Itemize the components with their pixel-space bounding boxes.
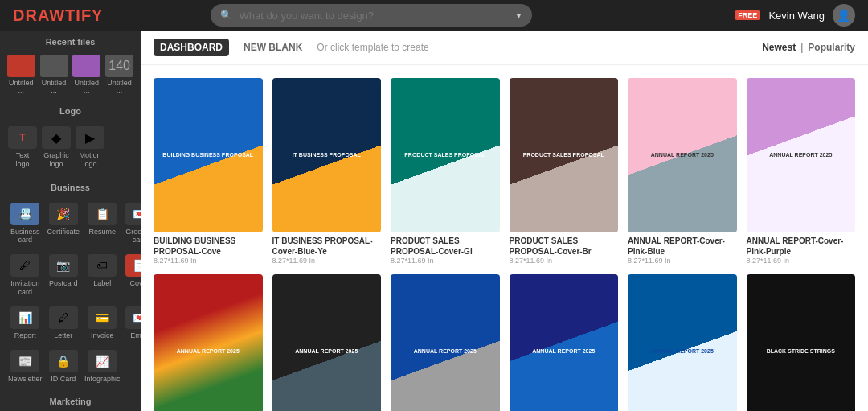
main-layout: Recent files Untitled ... Untitled ... U…: [0, 31, 868, 411]
template-thumb: PRODUCT SALES PROPOSAL: [510, 78, 619, 232]
template-size: 8.27*11.69 In: [272, 257, 382, 265]
sidebar-item-graphic-logo[interactable]: ◆ Graphic logo: [40, 122, 72, 173]
sort-separator: |: [800, 42, 803, 53]
sidebar-item-report[interactable]: 📊 Report: [6, 302, 44, 344]
template-name: PRODUCT SALES PROPOSAL-Cover-Gi: [391, 236, 500, 257]
sidebar-item-invitation-card[interactable]: 🖋 Invitation card: [6, 250, 44, 301]
sidebar-item-business-card[interactable]: 📇 Business card: [6, 199, 44, 249]
sidebar-logo-grid: T Text logo ◆ Graphic logo ▶ Motion logo: [0, 119, 141, 176]
logo[interactable]: DRAWTIFY: [13, 6, 103, 25]
sidebar-section-business: Business: [0, 176, 141, 195]
sidebar-item-id-card[interactable]: 🔒 ID Card: [46, 346, 82, 388]
recent-file-3[interactable]: Untitled ...: [72, 55, 102, 95]
sidebar-item-motion-logo[interactable]: ▶ Motion logo: [74, 122, 106, 173]
tab-dashboard[interactable]: DASHBOARD: [154, 39, 229, 56]
template-card-10[interactable]: ANNUAL REPORT 2025 ANNUAL REPORT-Cover-B…: [628, 274, 737, 411]
template-thumb: ANNUAL REPORT 2025: [747, 78, 856, 232]
content-area: DASHBOARD NEW BLANK Or click template to…: [141, 31, 868, 411]
sidebar-item-infographic[interactable]: 📈 Infographic: [83, 346, 122, 388]
recent-file-2[interactable]: Untitled ...: [39, 55, 69, 95]
cover-icon: 📄: [125, 254, 141, 277]
sidebar-item-label[interactable]: 🏷 Label: [83, 250, 122, 301]
recent-files-list: Untitled ... Untitled ... Untitled ... 1…: [0, 50, 141, 100]
sidebar-section-logo: Logo: [0, 100, 141, 119]
sort-area: Newest | Popularity: [762, 42, 855, 53]
template-card-1[interactable]: IT BUSINESS PROPOSAL IT BUSINESS PROPOSA…: [272, 78, 382, 265]
template-thumb: BLACK STRIDE STRINGS: [747, 274, 856, 411]
greeting-card-icon: 💌: [125, 203, 141, 225]
template-name: BUILDING BUSINESS PROPOSAL-Cove: [154, 236, 263, 257]
id-card-icon: 🔒: [49, 350, 78, 372]
avatar[interactable]: 👤: [833, 4, 855, 27]
sidebar-item-certificate[interactable]: 🎉 Certificate: [46, 199, 82, 249]
invoice-icon: 💳: [88, 306, 117, 329]
content-header: DASHBOARD NEW BLANK Or click template to…: [141, 31, 868, 65]
search-bar[interactable]: 🔍 ▼: [211, 4, 532, 27]
sidebar: Recent files Untitled ... Untitled ... U…: [0, 31, 141, 411]
email-icon: 💌: [125, 306, 141, 329]
template-thumb: ANNUAL REPORT 2025: [628, 78, 737, 232]
letter-icon: 🖊: [49, 306, 78, 329]
template-thumb: ANNUAL REPORT 2025: [154, 274, 263, 411]
template-card-2[interactable]: PRODUCT SALES PROPOSAL PRODUCT SALES PRO…: [391, 78, 500, 265]
certificate-icon: 🎉: [49, 203, 78, 225]
sidebar-item-cover[interactable]: 📄 Cover: [124, 250, 141, 301]
sidebar-item-text-logo[interactable]: T Text logo: [6, 122, 39, 173]
search-input[interactable]: [239, 10, 508, 22]
template-thumb: PRODUCT SALES PROPOSAL: [391, 78, 500, 232]
sidebar-business-grid: 📇 Business card 🎉 Certificate 📋 Resume 💌…: [0, 195, 141, 391]
user-name[interactable]: Kevin Wang: [768, 10, 825, 22]
infographic-icon: 📈: [88, 350, 117, 372]
graphic-logo-icon: ◆: [42, 126, 71, 149]
template-card-11[interactable]: BLACK STRIDE STRINGS BLACK STRIDE STRING…: [747, 274, 856, 411]
template-size: 8.27*11.69 In: [391, 257, 500, 265]
tab-new-blank[interactable]: NEW BLANK: [237, 39, 309, 56]
template-card-6[interactable]: ANNUAL REPORT 2025 ANNUAL REPORT-Cover-R…: [154, 274, 263, 411]
logo-tify: TIFY: [65, 6, 103, 24]
template-card-3[interactable]: PRODUCT SALES PROPOSAL PRODUCT SALES PRO…: [510, 78, 619, 265]
recent-file-1[interactable]: Untitled ...: [6, 55, 36, 95]
template-thumb: ANNUAL REPORT 2025: [628, 274, 737, 411]
template-card-0[interactable]: BUILDING BUSINESS PROPOSAL BUILDING BUSI…: [154, 78, 263, 265]
sidebar-item-letter[interactable]: 🖊 Letter: [46, 302, 82, 344]
label-icon: 🏷: [88, 254, 117, 277]
sort-newest[interactable]: Newest: [762, 42, 796, 53]
resume-icon: 📋: [88, 203, 117, 225]
template-thumb: BUILDING BUSINESS PROPOSAL: [154, 78, 263, 232]
template-card-4[interactable]: ANNUAL REPORT 2025 ANNUAL REPORT-Cover-P…: [628, 78, 737, 265]
logo-draw: DRAW: [13, 6, 65, 24]
search-icon: 🔍: [220, 10, 232, 21]
sidebar-section-marketing: Marketing: [0, 390, 141, 409]
postcard-icon: 📷: [49, 254, 78, 277]
template-card-9[interactable]: ANNUAL REPORT 2025 ANNUAL REPORT-Cover-B…: [510, 274, 619, 411]
template-thumb: ANNUAL REPORT 2025: [272, 274, 382, 411]
motion-logo-icon: ▶: [76, 126, 104, 149]
sort-popularity[interactable]: Popularity: [808, 42, 855, 53]
report-icon: 📊: [10, 306, 39, 329]
sidebar-item-invoice[interactable]: 💳 Invoice: [83, 302, 122, 344]
template-name: ANNUAL REPORT-Cover-Pink-Purple: [747, 236, 856, 257]
template-card-5[interactable]: ANNUAL REPORT 2025 ANNUAL REPORT-Cover-P…: [747, 78, 856, 265]
recent-files-title: Recent files: [0, 31, 141, 50]
template-thumb: ANNUAL REPORT 2025: [510, 274, 619, 411]
newsletter-icon: 📰: [10, 350, 39, 372]
template-name: IT BUSINESS PROPOSAL-Cover-Blue-Ye: [272, 236, 382, 257]
template-thumb: IT BUSINESS PROPOSAL: [272, 78, 382, 232]
header-right: FREE Kevin Wang 👤: [735, 4, 855, 27]
business-card-icon: 📇: [10, 203, 39, 225]
free-badge: FREE: [735, 10, 760, 20]
or-create-text: Or click template to create: [317, 42, 428, 53]
template-thumb: ANNUAL REPORT 2025: [391, 274, 500, 411]
template-size: 8.27*11.69 In: [747, 257, 856, 265]
sidebar-item-postcard[interactable]: 📷 Postcard: [46, 250, 82, 301]
sidebar-item-email[interactable]: 💌 Email: [124, 302, 141, 344]
template-size: 8.27*11.69 In: [154, 257, 263, 265]
template-grid: BUILDING BUSINESS PROPOSAL BUILDING BUSI…: [141, 65, 868, 411]
template-size: 8.27*11.69 In: [510, 257, 619, 265]
template-card-8[interactable]: ANNUAL REPORT 2025 ANNUAL REPORT-Cover-B…: [391, 274, 500, 411]
template-card-7[interactable]: ANNUAL REPORT 2025 ANNUAL REPORT-Cover-B…: [272, 274, 382, 411]
sidebar-item-greeting-card[interactable]: 💌 Greeting card: [124, 199, 141, 249]
sidebar-item-resume[interactable]: 📋 Resume: [83, 199, 122, 249]
recent-file-4[interactable]: 140 Untitled ...: [104, 55, 134, 95]
sidebar-item-newsletter[interactable]: 📰 Newsletter: [6, 346, 44, 388]
